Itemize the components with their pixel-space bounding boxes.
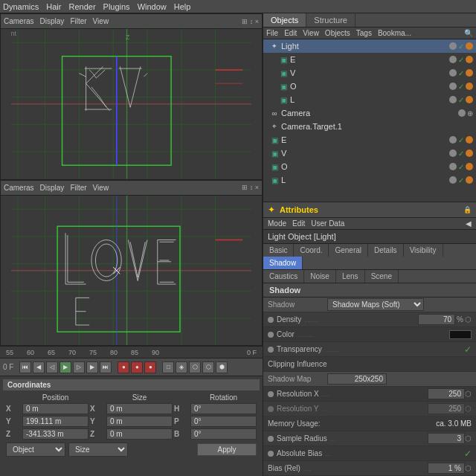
menu-help[interactable]: Help xyxy=(174,2,191,11)
tab-basic[interactable]: Basic xyxy=(263,244,294,257)
tab-shadow[interactable]: Shadow xyxy=(263,257,303,269)
tool1-btn[interactable]: □ xyxy=(162,361,174,373)
step-back-btn[interactable]: ◁ xyxy=(46,361,58,373)
tab-general[interactable]: General xyxy=(329,244,368,257)
menu-dynamics[interactable]: Dynamics xyxy=(3,2,39,11)
vp-display-bottom[interactable]: Display xyxy=(40,184,65,192)
tool5-btn[interactable]: ⬢ xyxy=(216,361,228,373)
transparency-dot xyxy=(268,347,274,353)
tool4-btn[interactable]: ⬡ xyxy=(202,361,214,373)
list-item[interactable]: ✦ Light ✓ xyxy=(263,39,476,53)
vp-display-top[interactable]: Display xyxy=(40,17,65,25)
resolution-y-input[interactable] xyxy=(428,403,465,414)
obj-menu-objects[interactable]: Objects xyxy=(325,29,350,37)
camera-target-icon: ⊕ xyxy=(467,109,473,118)
size-mode-dropdown[interactable]: Size xyxy=(68,443,128,457)
record2-btn[interactable]: ● xyxy=(131,361,143,373)
tab-coord[interactable]: Coord. xyxy=(294,244,329,257)
bias-rel-input[interactable] xyxy=(428,463,465,474)
list-item[interactable]: ▣ L ✓ xyxy=(263,173,476,187)
menu-render[interactable]: Render xyxy=(68,2,95,11)
tab-details[interactable]: Details xyxy=(368,244,404,257)
play-btn[interactable]: ▶ xyxy=(60,361,71,373)
list-item[interactable]: ▣ O ✓ xyxy=(263,80,476,93)
sample-arrows[interactable]: ⬡ xyxy=(465,434,472,443)
attr-menu-mode[interactable]: Mode xyxy=(268,219,286,228)
record3-btn[interactable]: ● xyxy=(144,361,156,373)
y-size-input[interactable] xyxy=(106,416,173,427)
obj-menu-view[interactable]: View xyxy=(303,29,319,37)
b-input[interactable] xyxy=(190,428,257,440)
vp-cameras-top[interactable]: Cameras xyxy=(4,17,34,25)
active-check: ✓ xyxy=(458,163,464,171)
resy-arrows[interactable]: ⬡ xyxy=(465,405,472,413)
tab-lens[interactable]: Lens xyxy=(336,270,365,283)
tab-scene[interactable]: Scene xyxy=(365,270,399,283)
vp-filter-top[interactable]: Filter xyxy=(70,17,86,25)
menu-hair[interactable]: Hair xyxy=(46,2,61,11)
list-item[interactable]: ▣ O ✓ xyxy=(263,160,476,173)
sample-radius-label: Sample Radius ... xyxy=(268,434,428,443)
step-fwd-btn[interactable]: ▷ xyxy=(73,361,85,373)
y-position-input[interactable] xyxy=(22,416,89,427)
z-position-input[interactable] xyxy=(22,428,89,440)
attr-menu-userdata[interactable]: User Data xyxy=(311,219,344,228)
tool2-btn[interactable]: ◈ xyxy=(176,361,187,373)
obj-menu-tags[interactable]: Tags xyxy=(356,29,372,37)
bias-arrows[interactable]: ⬡ xyxy=(465,464,472,472)
attr-menu-edit[interactable]: Edit xyxy=(292,219,305,228)
resolution-x-input[interactable] xyxy=(428,388,465,399)
viewport-bottom-canvas[interactable] xyxy=(1,196,262,346)
vp-view-top[interactable]: View xyxy=(93,17,109,25)
attributes-header: ✦ Attributes 🔒 xyxy=(263,202,476,218)
vp-filter-bottom[interactable]: Filter xyxy=(70,184,86,192)
skip-start-btn[interactable]: ⏮ xyxy=(19,361,31,373)
viewport-top[interactable]: Cameras Display Filter View ⊞ ↕ × xyxy=(0,13,263,180)
tab-structure[interactable]: Structure xyxy=(306,13,356,27)
h-input[interactable] xyxy=(190,403,257,414)
obj-menu-file[interactable]: File xyxy=(266,29,278,37)
tab-noise[interactable]: Noise xyxy=(304,270,336,283)
list-item[interactable]: ⌖ Camera.Target.1 xyxy=(263,120,476,133)
apply-button[interactable]: Apply xyxy=(197,443,257,456)
record-btn[interactable]: ● xyxy=(118,361,129,373)
list-item[interactable]: ▣ V ✓ xyxy=(263,66,476,80)
density-arrows[interactable]: ⬡ xyxy=(465,315,472,324)
vp-cameras-bottom[interactable]: Cameras xyxy=(4,184,34,192)
prev-frame-btn[interactable]: ◀ xyxy=(33,361,45,373)
tool3-btn[interactable]: ⬡ xyxy=(189,361,201,373)
viewport-top-canvas[interactable]: Z nt xyxy=(1,29,262,179)
shadow-type-row: Shadow Shadow Maps (Soft) xyxy=(263,298,476,312)
sample-radius-input[interactable] xyxy=(428,433,465,444)
tab-caustics[interactable]: Caustics xyxy=(263,270,304,283)
obj-menu-bookma[interactable]: Bookma... xyxy=(378,29,411,37)
objects-menu-bar: File Edit View Objects Tags Bookma... 🔍 xyxy=(263,28,476,39)
camera-target-icon: ⌖ xyxy=(269,121,280,132)
z-size-input[interactable] xyxy=(106,428,173,440)
arrow-left-icon[interactable]: ◀ xyxy=(466,219,472,228)
object-mode-dropdown[interactable]: Object xyxy=(6,443,65,457)
obj-menu-edit[interactable]: Edit xyxy=(284,29,297,37)
vp-view-bottom[interactable]: View xyxy=(93,184,109,192)
search-icon[interactable]: 🔍 xyxy=(464,29,473,37)
shadow-map-input[interactable] xyxy=(327,373,387,385)
list-item[interactable]: ▣ E ✓ xyxy=(263,53,476,66)
skip-end-btn[interactable]: ⏭ xyxy=(100,361,112,373)
density-input[interactable] xyxy=(418,314,455,325)
tab-visibility[interactable]: Visibility xyxy=(404,244,443,257)
color-swatch[interactable] xyxy=(449,330,472,339)
menu-window[interactable]: Window xyxy=(138,2,167,11)
menu-plugins[interactable]: Plugins xyxy=(103,2,130,11)
list-item[interactable]: ▣ E ✓ xyxy=(263,133,476,147)
p-input[interactable] xyxy=(190,416,257,427)
resx-arrows[interactable]: ⬡ xyxy=(465,390,472,398)
list-item[interactable]: ▣ V ✓ xyxy=(263,147,476,160)
x-size-input[interactable] xyxy=(106,403,173,414)
x-position-input[interactable] xyxy=(22,403,89,414)
tab-objects[interactable]: Objects xyxy=(263,13,306,27)
next-frame-btn[interactable]: ▶ xyxy=(86,361,98,373)
list-item[interactable]: ∞ Camera ⊕ xyxy=(263,106,476,120)
list-item[interactable]: ▣ L ✓ xyxy=(263,93,476,106)
shadow-type-dropdown[interactable]: Shadow Maps (Soft) xyxy=(327,298,424,311)
viewport-bottom[interactable]: Cameras Display Filter View ⊞ ↕ × xyxy=(0,180,263,347)
